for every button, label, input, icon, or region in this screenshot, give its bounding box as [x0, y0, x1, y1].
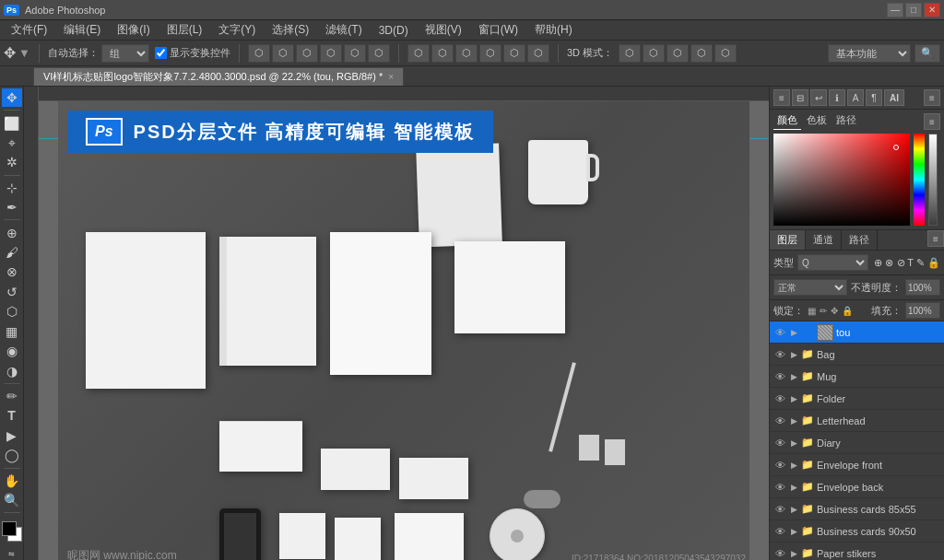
heal-tool[interactable]: ⊕ — [2, 223, 22, 241]
layer-visibility-icon[interactable]: 👁 — [773, 548, 786, 559]
layer-visibility-icon[interactable]: 👁 — [773, 504, 786, 515]
swatch-tab[interactable]: 色板 — [803, 113, 831, 130]
align-bottom-btn[interactable]: ⬡ — [368, 44, 390, 63]
layer-item[interactable]: 👁 ▶ 📁 Envelope back — [770, 476, 944, 498]
layer-expand-arrow[interactable]: ▶ — [789, 527, 798, 536]
magic-wand-tool[interactable]: ✲ — [2, 153, 22, 171]
fill-input[interactable] — [905, 302, 940, 319]
eraser-tool[interactable]: ⬡ — [2, 302, 22, 321]
clone-tool[interactable]: ⊗ — [2, 262, 22, 281]
hue-slider[interactable] — [914, 134, 925, 226]
layer-visibility-icon[interactable]: 👁 — [773, 371, 786, 382]
window-controls[interactable]: — □ ✕ — [887, 3, 940, 18]
3d-btn-5[interactable]: ⬡ — [714, 44, 737, 63]
canvas-area[interactable]: Ps PSD分层文件 高精度可编辑 智能模板 — [24, 87, 769, 560]
show-transform-option[interactable]: 显示变换控件 — [155, 46, 230, 60]
menu-item[interactable]: 帮助(H) — [527, 20, 580, 40]
layer-item[interactable]: 👁 ▶ 📁 Mug — [770, 366, 944, 388]
layer-visibility-icon[interactable]: 👁 — [773, 415, 786, 426]
layer-expand-arrow[interactable]: ▶ — [789, 483, 798, 492]
layer-visibility-icon[interactable]: 👁 — [773, 482, 786, 493]
workspace-dropdown[interactable]: 基本功能 — [828, 44, 911, 63]
history-icon[interactable]: ↩ — [810, 89, 827, 106]
layer-item[interactable]: 👁 ▶ 📁 Envelope front — [770, 454, 944, 476]
layer-expand-arrow[interactable]: ▶ — [789, 394, 798, 403]
canvas-container[interactable]: Ps PSD分层文件 高精度可编辑 智能模板 — [39, 101, 769, 560]
layer-expand-arrow[interactable]: ▶ — [789, 461, 798, 470]
shape-tool[interactable]: ◯ — [2, 446, 22, 464]
3d-btn-4[interactable]: ⬡ — [690, 44, 713, 63]
marquee-tool[interactable]: ⬜ — [2, 113, 22, 132]
type-tool[interactable]: T — [2, 406, 22, 425]
3d-btn-3[interactable]: ⬡ — [667, 44, 689, 63]
mockup-canvas[interactable]: Ps PSD分层文件 高精度可编辑 智能模板 — [58, 94, 749, 560]
lock-all-icon[interactable]: 🔒 — [842, 306, 853, 316]
layer-expand-arrow[interactable]: ▶ — [789, 328, 798, 337]
blend-mode-dropdown[interactable]: 正常 — [773, 279, 847, 296]
search-btn[interactable]: 🔍 — [914, 44, 940, 63]
history-brush-tool[interactable]: ↺ — [2, 283, 22, 301]
layer-item[interactable]: 👁 ▶ 📁 Folder — [770, 388, 944, 410]
dist-2[interactable]: ⬡ — [431, 44, 454, 63]
layer-expand-arrow[interactable]: ▶ — [789, 372, 798, 381]
dist-5[interactable]: ⬡ — [503, 44, 525, 63]
menu-item[interactable]: 3D(D) — [372, 22, 416, 39]
layer-visibility-icon[interactable]: 👁 — [773, 438, 786, 449]
color-picker[interactable] — [773, 134, 938, 226]
layer-item[interactable]: 👁 ▶ 📁 Paper stikers — [770, 542, 944, 560]
layer-expand-arrow[interactable]: ▶ — [789, 416, 798, 426]
layer-item[interactable]: 👁 ▶ 📁 Diary — [770, 432, 944, 454]
eyedropper-tool[interactable]: ✒ — [2, 198, 22, 216]
align-left-btn[interactable]: ⬡ — [248, 44, 270, 63]
minimize-button[interactable]: — — [887, 3, 903, 18]
dist-3[interactable]: ⬡ — [455, 44, 478, 63]
layers-panel-menu[interactable]: ≡ — [927, 230, 944, 247]
layer-item[interactable]: 👁 ▶ 📁 Business cards 85x55 — [770, 498, 944, 520]
swap-colors-icon[interactable]: ⇆ — [8, 550, 15, 558]
lock-transparent-icon[interactable]: ▦ — [808, 306, 816, 316]
dist-4[interactable]: ⬡ — [479, 44, 502, 63]
align-center-btn[interactable]: ⬡ — [272, 44, 294, 63]
lock-image-icon[interactable]: ✏ — [820, 306, 827, 316]
color-panel-menu[interactable]: ≡ — [924, 113, 940, 130]
maximize-button[interactable]: □ — [905, 3, 922, 18]
layer-visibility-icon[interactable]: 👁 — [773, 526, 786, 537]
layer-expand-arrow[interactable]: ▶ — [789, 505, 798, 514]
channels-icon[interactable]: ⊟ — [792, 89, 808, 106]
layer-visibility-icon[interactable]: 👁 — [773, 393, 786, 404]
layer-expand-arrow[interactable]: ▶ — [789, 350, 798, 359]
para-icon[interactable]: ¶ — [866, 89, 882, 106]
opacity-slider[interactable] — [928, 134, 938, 226]
zoom-tool[interactable]: 🔍 — [2, 491, 22, 509]
panel-menu-icon[interactable]: ≡ — [924, 89, 940, 106]
channels-tab[interactable]: 通道 — [806, 230, 842, 250]
auto-select-dropdown[interactable]: 组 图层 — [101, 44, 149, 63]
layer-item[interactable]: 👁 ▶ 📁 Business cards 90x50 — [770, 520, 944, 542]
dodge-tool[interactable]: ◑ — [2, 361, 22, 379]
path-select-tool[interactable]: ▶ — [2, 426, 22, 445]
align-top-btn[interactable]: ⬡ — [320, 44, 342, 63]
color-tab[interactable]: 颜色 — [773, 113, 801, 130]
opacity-input[interactable] — [905, 279, 940, 296]
3d-btn-2[interactable]: ⬡ — [643, 44, 665, 63]
blur-tool[interactable]: ◉ — [2, 342, 22, 360]
menu-item[interactable]: 图层(L) — [159, 20, 210, 40]
lasso-tool[interactable]: ⌖ — [2, 134, 22, 152]
layer-expand-arrow[interactable]: ▶ — [789, 549, 798, 558]
menu-item[interactable]: 选择(S) — [265, 20, 316, 40]
layer-visibility-icon[interactable]: 👁 — [773, 460, 786, 471]
menu-item[interactable]: 窗口(W) — [471, 20, 525, 40]
menu-item[interactable]: 文件(F) — [4, 20, 54, 40]
layer-visibility-icon[interactable]: 👁 — [773, 349, 786, 360]
info-icon[interactable]: ℹ — [829, 89, 845, 106]
document-tab[interactable]: VI样机标志贴图logo智能对象7.7.2.4800.3000.psd @ 22… — [33, 67, 404, 86]
layer-item[interactable]: 👁 ▶ tou — [770, 321, 944, 344]
char-icon[interactable]: A — [847, 89, 864, 106]
show-transform-checkbox[interactable] — [155, 47, 167, 59]
tab-close-icon[interactable]: × — [388, 72, 394, 82]
layers-icon[interactable]: ≡ — [773, 89, 790, 106]
layers-tab[interactable]: 图层 — [770, 230, 806, 250]
menu-item[interactable]: 视图(V) — [418, 20, 469, 40]
layer-item[interactable]: 👁 ▶ 📁 Bag — [770, 344, 944, 366]
menu-item[interactable]: 文字(Y) — [211, 20, 263, 40]
